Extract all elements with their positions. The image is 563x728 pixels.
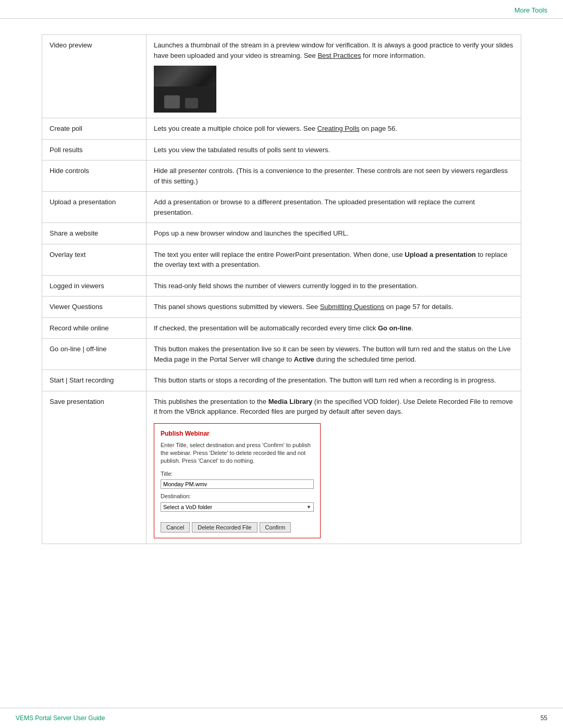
term-cell: Overlay text	[42, 244, 146, 275]
table-row: Upload a presentation Add a presentation…	[42, 192, 521, 223]
desc-text: Add a presentation or browse to a differ…	[154, 198, 475, 216]
table-row: Overlay text The text you enter will rep…	[42, 244, 521, 275]
desc-text-after: on page 56.	[360, 125, 397, 132]
bold-text: Active	[294, 355, 314, 363]
main-content: Video preview Launches a thumbnail of th…	[0, 19, 563, 565]
desc-cell: Lets you view the tabulated results of p…	[146, 139, 521, 161]
table-row: Logged in viewers This read-only field s…	[42, 275, 521, 297]
desc-cell: Lets you create a multiple choice poll f…	[146, 118, 521, 140]
footer-page-number: 55	[541, 714, 547, 722]
desc-cell: The text you enter will replace the enti…	[146, 244, 521, 275]
desc-cell: This publishes the presentation to the M…	[146, 391, 521, 544]
term-cell: Save presentation	[42, 391, 146, 544]
desc-text: The text you enter will replace the enti…	[154, 251, 405, 258]
page-container: More Tools Video preview Launches a thum…	[0, 0, 563, 728]
desc-cell: If checked, the presentation will be aut…	[146, 317, 521, 339]
publish-webinar-box: Publish Webinar Enter Title, select dest…	[154, 423, 321, 538]
title-label: Title:	[161, 470, 314, 478]
table-row: Save presentation This publishes the pre…	[42, 391, 521, 544]
video-thumbnail	[154, 66, 216, 113]
desc-text-after: during the scheduled time period.	[314, 355, 417, 363]
table-row: Video preview Launches a thumbnail of th…	[42, 35, 521, 118]
desc-cell: Pops up a new browser window and launche…	[146, 223, 521, 244]
term-cell: Video preview	[42, 35, 146, 118]
destination-label: Destination:	[161, 492, 314, 501]
desc-text: Lets you view the tabulated results of p…	[154, 146, 330, 154]
delete-recorded-file-button[interactable]: Delete Recorded File	[192, 522, 257, 533]
desc-cell: This panel shows questions submitted by …	[146, 297, 521, 318]
bold-text: Media Library	[268, 398, 313, 405]
desc-cell: This button starts or stops a recording …	[146, 370, 521, 391]
desc-text: This button starts or stops a recording …	[154, 376, 496, 384]
table-row: Viewer Questions This panel shows questi…	[42, 297, 521, 318]
desc-text: This publishes the presentation to the	[154, 398, 268, 405]
term-cell: Create poll	[42, 118, 146, 140]
term-cell: Go on-line | off-line	[42, 339, 146, 370]
publish-webinar-title: Publish Webinar	[161, 429, 314, 438]
submitting-questions-link[interactable]: Submitting Questions	[320, 303, 385, 311]
term-cell: Viewer Questions	[42, 297, 146, 318]
cancel-button[interactable]: Cancel	[161, 522, 190, 533]
term-cell: Poll results	[42, 139, 146, 161]
desc-text: Lets you create a multiple choice poll f…	[154, 125, 317, 132]
publish-buttons: Cancel Delete Recorded File Confirm	[161, 522, 314, 533]
desc-cell: Hide all presenter controls. (This is a …	[146, 161, 521, 192]
desc-cell: Launches a thumbnail of the stream in a …	[146, 35, 521, 118]
term-cell: Upload a presentation	[42, 192, 146, 223]
destination-select-wrapper: Select a VoD folder	[161, 502, 314, 517]
footer-left-text: VEMS Portal Server User Guide	[16, 714, 105, 722]
term-cell: Record while online	[42, 317, 146, 339]
confirm-button[interactable]: Confirm	[260, 522, 291, 533]
desc-text: Hide all presenter controls. (This is a …	[154, 167, 508, 185]
table-row: Go on-line | off-line This button makes …	[42, 339, 521, 370]
bold-text: Go on-line	[378, 324, 411, 332]
table-row: Create poll Lets you create a multiple c…	[42, 118, 521, 140]
term-cell: Logged in viewers	[42, 275, 146, 297]
destination-select[interactable]: Select a VoD folder	[161, 502, 314, 512]
title-input[interactable]	[161, 479, 314, 489]
video-thumbnail-inner	[154, 66, 216, 113]
desc-text-after: on page 57 for details.	[384, 303, 453, 311]
desc-cell: This read-only field shows the number of…	[146, 275, 521, 297]
bold-text: Upload a presentation	[405, 251, 476, 258]
table-row: Start | Start recording This button star…	[42, 370, 521, 391]
creating-polls-link[interactable]: Creating Polls	[317, 125, 360, 132]
desc-text: If checked, the presentation will be aut…	[154, 324, 378, 332]
publish-webinar-description: Enter Title, select destination and pres…	[161, 441, 314, 465]
video-chair-2	[185, 98, 198, 108]
table-row: Hide controls Hide all presenter control…	[42, 161, 521, 192]
desc-text: Pops up a new browser window and launche…	[154, 229, 349, 237]
desc-cell: Add a presentation or browse to a differ…	[146, 192, 521, 223]
desc-cell: This button makes the presentation live …	[146, 339, 521, 370]
top-bar: More Tools	[0, 0, 563, 19]
footer: VEMS Portal Server User Guide 55	[0, 708, 563, 728]
video-chair-1	[164, 95, 180, 108]
features-table: Video preview Launches a thumbnail of th…	[42, 34, 521, 544]
desc-text: This read-only field shows the number of…	[154, 282, 418, 290]
desc-text: This panel shows questions submitted by …	[154, 303, 320, 311]
desc-text-after: .	[411, 324, 413, 332]
term-cell: Start | Start recording	[42, 370, 146, 391]
term-cell: Share a website	[42, 223, 146, 244]
table-row: Share a website Pops up a new browser wi…	[42, 223, 521, 244]
best-practices-link[interactable]: Best Practices	[317, 52, 361, 59]
desc-text-after: for more information.	[361, 52, 425, 59]
table-row: Poll results Lets you view the tabulated…	[42, 139, 521, 161]
term-cell: Hide controls	[42, 161, 146, 192]
table-row: Record while online If checked, the pres…	[42, 317, 521, 339]
more-tools-link[interactable]: More Tools	[515, 6, 547, 14]
